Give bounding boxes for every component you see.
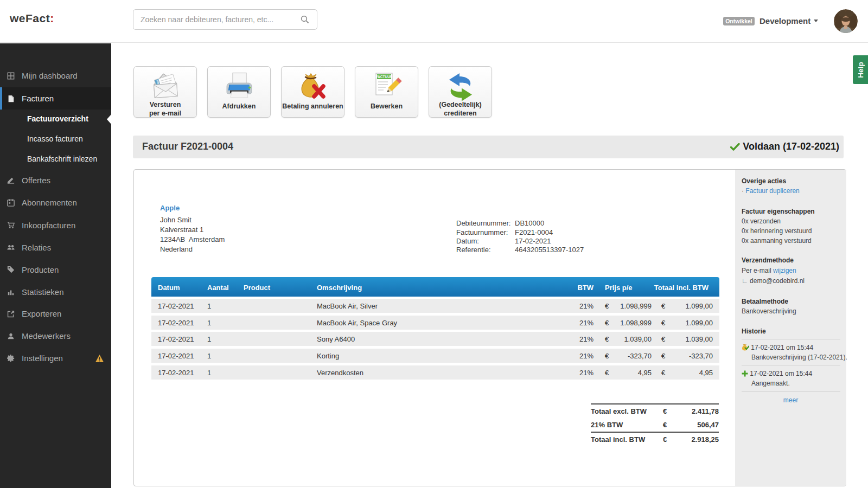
svg-text:FACTUUR: FACTUUR (375, 75, 392, 79)
